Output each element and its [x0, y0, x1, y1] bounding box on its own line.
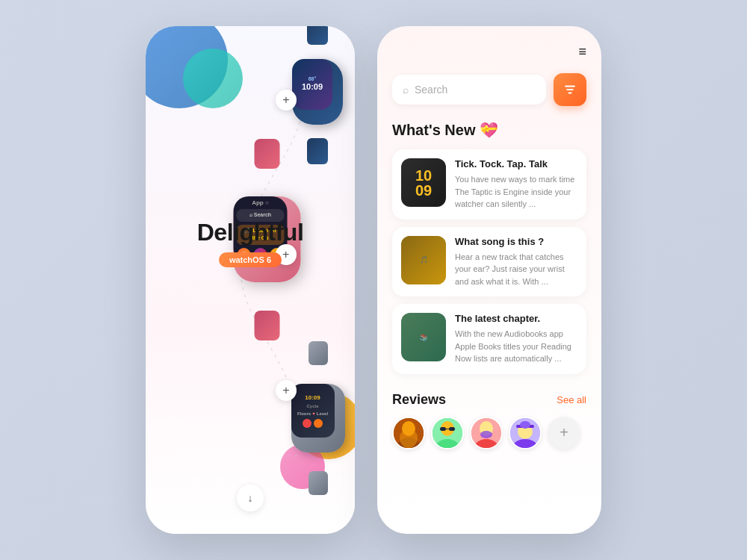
news-title-2: What song is this ?: [455, 236, 577, 247]
news-content-3: The latest chapter. With the new Audiobo…: [455, 313, 577, 365]
filter-icon: [563, 83, 577, 96]
decor-circle-teal: [183, 49, 243, 108]
avatar-2[interactable]: [431, 417, 464, 449]
clock-display: 10 09: [415, 168, 432, 198]
avatar-3[interactable]: [470, 417, 503, 449]
news-desc-3: With the new Audiobooks app Apple Books …: [455, 328, 577, 365]
main-title: Delightful: [197, 219, 304, 246]
see-all-button[interactable]: See all: [557, 394, 586, 405]
news-thumb-3: 📚: [401, 313, 446, 361]
watchos-badge: watchOS 6: [219, 252, 282, 267]
right-card: ≡ ⌕ Search What's New 💝 10 09 Tick. Tock…: [377, 26, 601, 534]
reviews-title: Reviews: [392, 392, 446, 408]
menu-icon[interactable]: ≡: [578, 44, 586, 60]
svg-point-15: [480, 431, 492, 438]
search-icon: ⌕: [403, 84, 409, 96]
news-desc-1: You have new ways to mark time The Tapti…: [455, 173, 577, 211]
news-desc-2: Hear a new track that catches your ear? …: [455, 251, 577, 288]
svg-rect-9: [440, 427, 446, 431]
search-row: ⌕ Search: [392, 73, 586, 106]
news-title-3: The latest chapter.: [455, 313, 577, 324]
whats-new-title: What's New 💝: [392, 121, 586, 139]
news-card-2[interactable]: 🎵 What song is this ? Hear a new track t…: [392, 227, 586, 297]
svg-rect-10: [449, 427, 455, 431]
news-content-2: What song is this ? Hear a new track tha…: [455, 236, 577, 288]
watch-bottom-right: 10:09 Cycle Floors ♥ Level: [275, 362, 355, 474]
avatar-4[interactable]: [509, 417, 542, 449]
reviews-header: Reviews See all: [392, 392, 586, 408]
news-thumb-1: 10 09: [401, 158, 446, 207]
filter-button[interactable]: [554, 73, 586, 106]
search-box[interactable]: ⌕ Search: [392, 75, 546, 105]
news-content-1: Tick. Tock. Tap. Talk You have new ways …: [455, 158, 577, 211]
add-avatar-button[interactable]: +: [548, 417, 580, 449]
news-card-3[interactable]: 📚 The latest chapter. With the new Audio…: [392, 304, 586, 374]
plus-button-bottom[interactable]: +: [276, 380, 297, 401]
avatar-1[interactable]: [392, 417, 425, 449]
svg-point-20: [520, 421, 530, 429]
search-placeholder: Search: [415, 84, 447, 96]
news-title-1: Tick. Tock. Tap. Talk: [455, 158, 577, 169]
main-text-block: Delightful watchOS 6: [197, 219, 304, 267]
down-button[interactable]: ↓: [237, 485, 264, 511]
news-card-1[interactable]: 10 09 Tick. Tock. Tap. Talk You have new…: [392, 149, 586, 220]
left-card: 68° 10:09 + App ○ ⌕ Search 🎵 Listen on t…: [146, 26, 355, 534]
news-thumb-2: 🎵: [401, 236, 446, 284]
avatars-row: +: [392, 417, 586, 449]
plus-button-top[interactable]: +: [276, 90, 297, 111]
right-header: ≡: [392, 44, 586, 60]
